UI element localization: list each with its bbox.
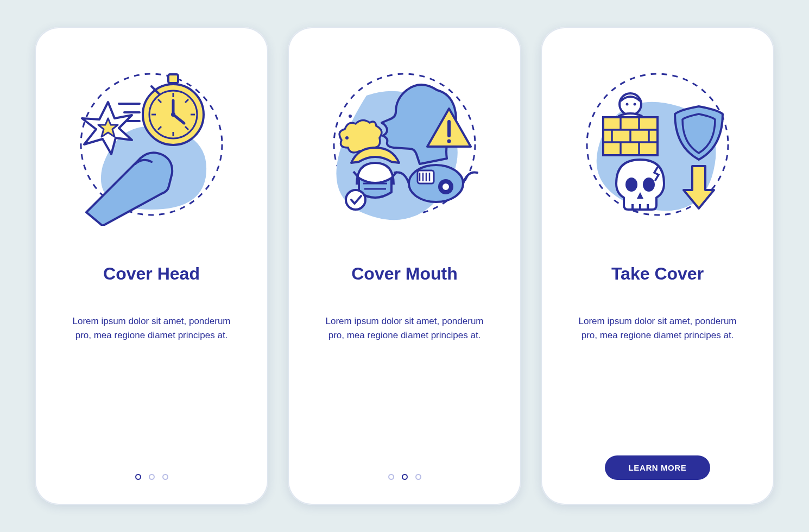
pagination [35, 474, 268, 480]
take-cover-icon [576, 63, 739, 226]
screen-title: Cover Mouth [351, 264, 458, 284]
pagination-dot-3[interactable] [162, 474, 168, 480]
svg-point-49 [626, 103, 629, 106]
cover-mouth-icon [323, 63, 486, 226]
svg-point-29 [409, 165, 463, 202]
svg-point-51 [625, 178, 637, 192]
screen-title: Take Cover [611, 264, 704, 284]
svg-point-21 [349, 115, 352, 118]
pagination-dot-3[interactable] [415, 474, 421, 480]
pagination [288, 474, 521, 480]
onboarding-screen-1: Cover Head Lorem ipsum dolor sit amet, p… [35, 27, 268, 505]
screen-description: Lorem ipsum dolor sit amet, ponderum pro… [65, 314, 238, 343]
svg-point-36 [443, 183, 449, 190]
pagination-dot-1[interactable] [135, 474, 141, 480]
learn-more-button[interactable]: LEARN MORE [605, 455, 711, 480]
svg-point-28 [346, 190, 365, 210]
screen-title: Cover Head [103, 264, 200, 284]
svg-point-50 [634, 103, 636, 106]
onboarding-screen-2: Cover Mouth Lorem ipsum dolor sit amet, … [288, 27, 521, 505]
onboarding-screen-3: Take Cover Lorem ipsum dolor sit amet, p… [541, 27, 774, 505]
svg-point-15 [171, 112, 175, 117]
svg-point-20 [345, 136, 349, 140]
cover-head-icon [70, 63, 233, 226]
svg-point-23 [447, 140, 451, 143]
svg-point-52 [643, 178, 655, 192]
pagination-dot-2[interactable] [402, 474, 408, 480]
cta-area: LEARN MORE [541, 455, 774, 480]
screen-description: Lorem ipsum dolor sit amet, ponderum pro… [318, 314, 491, 343]
screen-description: Lorem ipsum dolor sit amet, ponderum pro… [571, 314, 744, 343]
svg-rect-3 [168, 74, 178, 83]
pagination-dot-1[interactable] [388, 474, 394, 480]
pagination-dot-2[interactable] [149, 474, 155, 480]
